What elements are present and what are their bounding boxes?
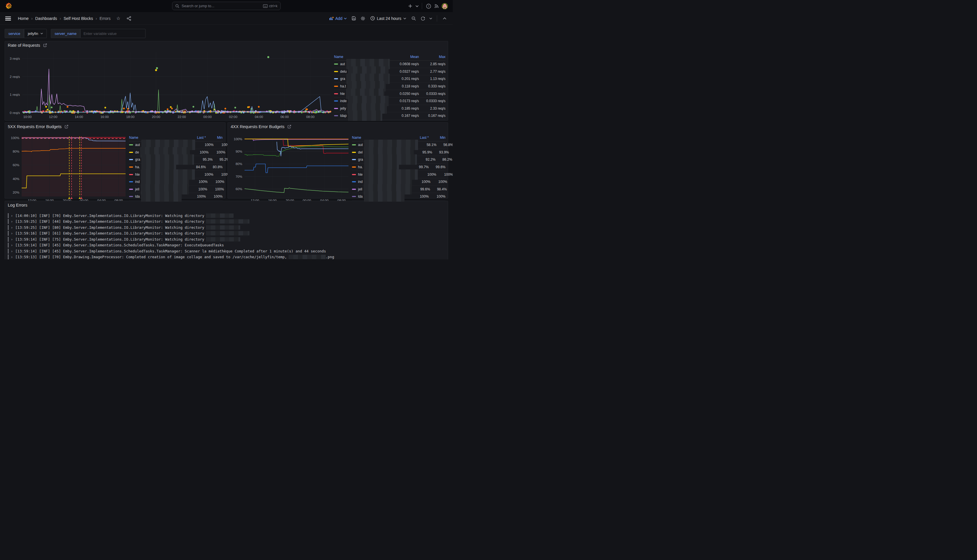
breadcrumb-dashboards[interactable]: Dashboards xyxy=(35,16,57,21)
log-expand-chevron-icon[interactable]: › xyxy=(11,225,13,230)
save-dashboard-icon[interactable] xyxy=(350,15,358,23)
new-button[interactable] xyxy=(406,2,414,10)
legend-col-min[interactable]: Min xyxy=(206,136,222,140)
series-color-swatch xyxy=(352,152,356,153)
series-color-swatch xyxy=(352,181,356,182)
legend-value-1: 100% xyxy=(418,173,436,177)
legend-value-2: 100% xyxy=(207,180,224,184)
log-expand-chevron-icon[interactable]: › xyxy=(11,213,13,218)
legend-col-mean[interactable]: Mean xyxy=(390,55,419,59)
legend-value-2: 100% xyxy=(209,150,225,154)
help-icon[interactable]: ? xyxy=(424,2,433,10)
grafana-dashboard: Search or jump to... ctrl+k ? xyxy=(0,0,453,259)
variable-server-name-input[interactable]: Enter variable value xyxy=(80,29,145,38)
log-row[interactable]: ›[13:59:13] [INF] [70] Emby.Drawing.Imag… xyxy=(8,254,445,260)
legend-col-last[interactable]: Last * xyxy=(187,136,206,140)
add-panel-button[interactable]: Add xyxy=(327,16,349,21)
series-color-swatch xyxy=(129,181,133,182)
variable-service-dropdown[interactable]: jellyfin xyxy=(24,29,47,38)
legend-value-2: 0.167 req/s xyxy=(419,114,446,118)
legend-col-max[interactable]: Max xyxy=(419,55,446,59)
log-row[interactable]: ›[13:59:14] [INF] [75] Emby.Server.Imple… xyxy=(8,236,445,242)
time-range-label: Last 24 hours xyxy=(377,16,401,21)
log-row[interactable]: ›[14:00:10] [INF] [70] Emby.Server.Imple… xyxy=(8,213,445,219)
refresh-icon[interactable] xyxy=(419,15,427,23)
log-row[interactable]: ›[13:59:14] [INF] [45] Emby.Server.Imple… xyxy=(8,248,445,254)
external-link-icon[interactable] xyxy=(64,125,68,129)
legend-col-min[interactable]: Min xyxy=(429,136,446,140)
legend-value-1: 100% xyxy=(195,173,213,177)
panel-rate-of-requests: Rate of Requests 0 req/s1 req/s2 req/s3 … xyxy=(5,41,448,121)
external-link-icon[interactable] xyxy=(287,125,291,129)
dashboard-variables: service jellyfin server_name Enter varia… xyxy=(5,29,145,38)
legend-value-2: 100% xyxy=(206,195,222,198)
collapse-toolbar-chevron-icon[interactable] xyxy=(441,15,449,23)
svg-text:0 req/s: 0 req/s xyxy=(10,111,20,115)
svg-text:60%: 60% xyxy=(13,163,19,167)
legend-value-2: 86.2% xyxy=(435,158,452,162)
user-avatar[interactable] xyxy=(441,2,449,10)
legend-row[interactable]: lda100%100% xyxy=(129,193,222,200)
news-rss-icon[interactable] xyxy=(433,2,441,10)
log-expand-chevron-icon[interactable]: › xyxy=(11,249,13,253)
log-expand-chevron-icon[interactable]: › xyxy=(11,219,13,223)
breadcrumb-home[interactable]: Home xyxy=(18,16,28,21)
series-name-prefix: delu xyxy=(340,70,347,73)
series-color-swatch xyxy=(334,71,338,72)
legend-col-name[interactable]: Name xyxy=(352,136,410,140)
4xx-error-budget-chart[interactable]: 60%70%80%90%100%12:0016:0020:0000:0004:0… xyxy=(231,135,350,203)
legend-col-name[interactable]: Name xyxy=(129,136,187,140)
log-level-bar xyxy=(8,225,9,230)
panel-title[interactable]: Rate of Requests xyxy=(8,43,47,48)
log-expand-chevron-icon[interactable]: › xyxy=(11,255,13,259)
legend-row[interactable]: ldap0.167 req/s0.167 req/s xyxy=(334,112,446,120)
log-message: [13:59:14] [INF] [75] Emby.Server.Implem… xyxy=(15,237,204,242)
dashboard-settings-gear-icon[interactable] xyxy=(359,15,367,23)
legend-value-1: 58.1% xyxy=(418,143,436,147)
series-name-prefix: del xyxy=(358,150,362,154)
legend-value-1: 0.201 req/s xyxy=(390,77,419,81)
time-range-picker[interactable]: Last 24 hours xyxy=(368,16,409,21)
grafana-logo-icon[interactable] xyxy=(5,2,12,10)
legend-value-1: 100% xyxy=(190,150,209,154)
panel-title[interactable]: Log Errors xyxy=(8,203,27,207)
new-menu-chevron-icon[interactable] xyxy=(414,2,419,10)
log-row[interactable]: ›[13:59:25] [INF] [44] Emby.Server.Imple… xyxy=(8,219,445,225)
series-color-swatch xyxy=(334,78,338,79)
svg-text:100%: 100% xyxy=(234,137,242,141)
svg-text:20:00: 20:00 xyxy=(152,115,160,118)
legend-value-2: 100% xyxy=(207,187,224,191)
legend-row[interactable]: lda100%100% xyxy=(352,193,446,200)
svg-text:08:00: 08:00 xyxy=(306,115,315,118)
refresh-interval-chevron-icon[interactable] xyxy=(428,15,433,23)
series-name-prefix: aut xyxy=(340,62,345,66)
search-input[interactable]: Search or jump to... ctrl+k xyxy=(172,2,281,10)
external-link-icon[interactable] xyxy=(43,43,47,47)
log-expand-chevron-icon[interactable]: › xyxy=(11,231,13,235)
series-name-prefix: gra xyxy=(340,77,345,81)
log-row[interactable]: ›[13:59:16] [INF] [61] Emby.Server.Imple… xyxy=(8,230,445,237)
panel-title[interactable]: 4XX Requests Error Budgets xyxy=(230,124,291,129)
rate-of-requests-chart[interactable]: 0 req/s1 req/s2 req/s3 req/s10:0012:0014… xyxy=(7,50,333,120)
log-row[interactable]: ›[13:59:25] [INF] [80] Emby.Server.Imple… xyxy=(8,225,445,230)
series-color-swatch xyxy=(129,152,133,153)
series-name-prefix: ind xyxy=(135,180,140,184)
dashboard-toolbar: Add Last 24 hours xyxy=(327,15,449,23)
log-expand-chevron-icon[interactable]: › xyxy=(11,237,13,242)
log-row[interactable]: ›[13:59:14] [INF] [45] Emby.Server.Imple… xyxy=(8,242,445,248)
log-expand-chevron-icon[interactable]: › xyxy=(11,243,13,247)
favorite-star-icon[interactable]: ☆ xyxy=(114,15,122,23)
menu-toggle-icon[interactable] xyxy=(5,17,11,20)
legend-col-name[interactable]: Name xyxy=(334,55,390,59)
5xx-error-budget-chart[interactable]: 20%40%60%80%100%12:0016:0020:0000:0004:0… xyxy=(8,135,127,203)
breadcrumb-folder[interactable]: Self Host Blocks xyxy=(63,16,93,21)
panel-title[interactable]: 5XX Requests Error Budgets xyxy=(8,124,68,129)
legend-col-last[interactable]: Last * xyxy=(410,136,429,140)
svg-text:12:00: 12:00 xyxy=(49,115,57,118)
log-level-bar xyxy=(8,231,9,236)
legend-value-1: 84.6% xyxy=(187,165,206,169)
share-icon[interactable] xyxy=(125,15,133,23)
zoom-out-icon[interactable] xyxy=(410,15,418,23)
series-color-swatch xyxy=(129,167,133,168)
clock-icon xyxy=(371,16,375,20)
